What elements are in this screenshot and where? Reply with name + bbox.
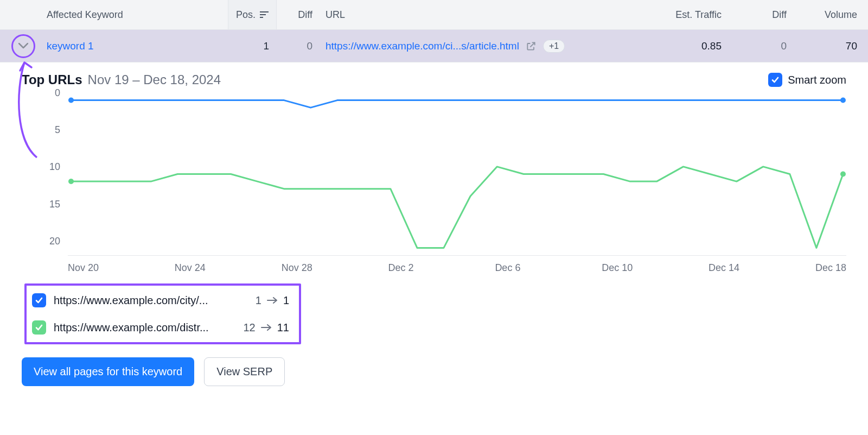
legend-item[interactable]: https://www.example.com/distr... 12 11 bbox=[32, 320, 289, 335]
chart-y-axis: 05101520 bbox=[22, 93, 68, 256]
external-link-icon[interactable] bbox=[526, 41, 537, 52]
legend-from: 1 bbox=[256, 294, 261, 307]
svg-point-4 bbox=[840, 98, 846, 103]
th-est-traffic[interactable]: Est. Traffic bbox=[613, 9, 722, 21]
additional-urls-badge[interactable]: +1 bbox=[543, 40, 565, 53]
expanded-panel: Top URLs Nov 19 – Dec 18, 2024 Smart zoo… bbox=[0, 62, 868, 408]
cell-est-traffic: 0.85 bbox=[613, 40, 722, 52]
view-all-pages-button[interactable]: View all pages for this keyword bbox=[22, 357, 194, 386]
smart-zoom-checkbox[interactable] bbox=[768, 73, 782, 87]
url-link[interactable]: https://www.example.com/ci...s/article.h… bbox=[326, 40, 519, 52]
th-diff-traffic[interactable]: Diff bbox=[722, 9, 787, 21]
chart: 05101520 bbox=[22, 93, 846, 256]
cell-position: 1 bbox=[228, 40, 277, 52]
chevron-down-icon bbox=[18, 43, 28, 49]
th-position[interactable]: Pos. bbox=[228, 0, 277, 29]
th-url[interactable]: URL bbox=[318, 9, 613, 21]
svg-point-5 bbox=[68, 179, 74, 184]
smart-zoom-label: Smart zoom bbox=[788, 74, 846, 86]
th-volume[interactable]: Volume bbox=[787, 9, 868, 21]
th-diff-pos[interactable]: Diff bbox=[277, 9, 318, 21]
cell-diff-traffic: 0 bbox=[722, 40, 787, 52]
legend-checkbox-blue[interactable] bbox=[32, 293, 46, 307]
legend-label: https://www.example.com/city/... bbox=[54, 294, 248, 307]
table-row: keyword 1 1 0 https://www.example.com/ci… bbox=[0, 30, 868, 62]
chart-x-axis: Nov 20Nov 24Nov 28Dec 2Dec 6Dec 10Dec 14… bbox=[22, 262, 846, 274]
legend-from: 12 bbox=[244, 321, 256, 334]
legend-label: https://www.example.com/distr... bbox=[54, 321, 236, 334]
svg-point-6 bbox=[840, 172, 846, 177]
view-serp-button[interactable]: View SERP bbox=[204, 357, 285, 386]
panel-date-range: Nov 19 – Dec 18, 2024 bbox=[88, 72, 221, 87]
smart-zoom-toggle[interactable]: Smart zoom bbox=[768, 73, 846, 87]
table-header: Affected Keyword Pos. Diff URL Est. Traf… bbox=[0, 0, 868, 30]
svg-rect-0 bbox=[260, 11, 269, 12]
legend-box: https://www.example.com/city/... 1 1 htt… bbox=[24, 283, 301, 344]
legend-checkbox-green[interactable] bbox=[32, 320, 46, 335]
arrow-right-icon bbox=[267, 297, 278, 304]
th-position-label: Pos. bbox=[236, 9, 256, 21]
chart-plot-area bbox=[68, 93, 846, 256]
svg-point-3 bbox=[68, 98, 74, 103]
panel-title: Top URLs bbox=[22, 72, 82, 87]
svg-rect-1 bbox=[260, 14, 266, 15]
legend-item[interactable]: https://www.example.com/city/... 1 1 bbox=[32, 293, 289, 307]
th-affected-keyword[interactable]: Affected Keyword bbox=[0, 9, 228, 21]
expand-row-button[interactable] bbox=[11, 34, 35, 58]
arrow-right-icon bbox=[261, 324, 272, 331]
sort-asc-icon bbox=[260, 11, 269, 18]
svg-rect-2 bbox=[260, 17, 263, 18]
keyword-link[interactable]: keyword 1 bbox=[47, 40, 228, 52]
legend-to: 1 bbox=[283, 294, 289, 307]
legend-to: 11 bbox=[277, 321, 289, 334]
cell-diff-pos: 0 bbox=[277, 40, 318, 52]
cell-volume: 70 bbox=[787, 40, 868, 52]
